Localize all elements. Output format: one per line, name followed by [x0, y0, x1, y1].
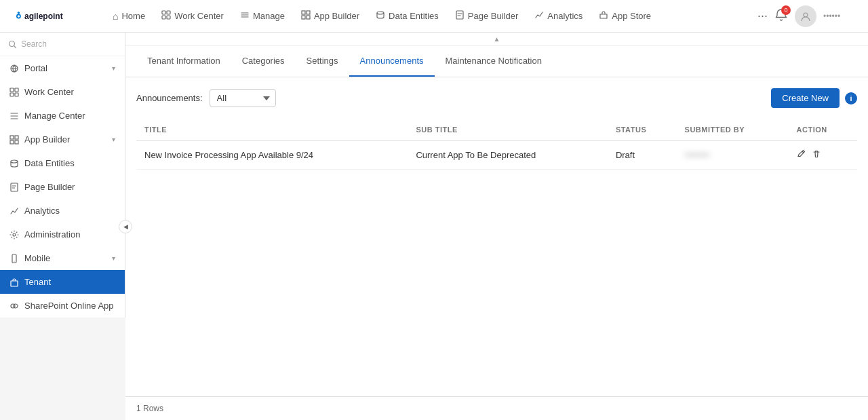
tab-categories[interactable]: Categories [231, 46, 296, 77]
app-builder-sidebar-icon [9, 135, 19, 145]
svg-point-25 [11, 160, 18, 163]
table-footer: 1 Rows [125, 396, 868, 420]
top-navigation: agilepoint ⌂ Home Work Center Manage App… [0, 0, 868, 33]
sidebar-item-app-builder[interactable]: App Builder ▾ [0, 128, 125, 151]
user-name: •••••• [823, 12, 857, 21]
logo[interactable]: agilepoint [11, 8, 92, 24]
svg-rect-17 [10, 88, 14, 92]
nav-manage[interactable]: Manage [233, 6, 292, 26]
svg-rect-6 [162, 16, 165, 19]
tab-tenant-information[interactable]: Tenant Information [136, 46, 231, 77]
more-options-button[interactable]: ··· [757, 9, 768, 23]
nav-items: ⌂ Home Work Center Manage App Builder [106, 6, 757, 26]
table-row: New Invoice Processing App Available 9/2… [136, 141, 857, 170]
sidebar-label-manage-center: Manage Center [24, 111, 85, 121]
tab-maintenance-notification[interactable]: Maintenance Notification [435, 46, 553, 77]
svg-rect-26 [11, 183, 18, 191]
nav-page-builder[interactable]: Page Builder [448, 6, 525, 26]
nav-analytics[interactable]: Analytics [528, 6, 589, 26]
filter-row: Announcements: All Draft Published Archi… [136, 88, 857, 108]
edit-button[interactable] [797, 149, 806, 161]
svg-rect-10 [302, 16, 305, 19]
sidebar-wrapper: Search Portal ▾ Work Center [0, 33, 125, 420]
work-center-sidebar-icon [9, 88, 19, 97]
manage-center-icon [9, 111, 19, 121]
app-builder-icon [301, 10, 311, 22]
sidebar-item-data-entities[interactable]: Data Entities [0, 151, 125, 175]
sidebar-item-page-builder[interactable]: Page Builder [0, 175, 125, 199]
filter-select[interactable]: All Draft Published Archived [210, 89, 276, 107]
main-content: ▲ Tenant Information Categories Settings… [125, 33, 868, 420]
sidebar-collapse-button[interactable]: ◀ [119, 220, 132, 233]
app-layout: Search Portal ▾ Work Center [0, 33, 868, 420]
sidebar: Search Portal ▾ Work Center [0, 33, 125, 318]
col-submitted-by: SUBMITTED BY [677, 119, 789, 141]
svg-rect-21 [10, 136, 14, 139]
svg-rect-18 [15, 88, 18, 92]
sidebar-label-app-builder: App Builder [24, 134, 70, 145]
user-avatar[interactable] [795, 5, 816, 27]
svg-text:agilepoint: agilepoint [24, 12, 63, 21]
notification-button[interactable]: 0 [774, 8, 788, 24]
nav-app-store[interactable]: App Store [592, 6, 658, 26]
sidebar-item-sharepoint-online-app[interactable]: SharePoint Online App [0, 294, 125, 318]
cell-submitted-by: •••••••• [677, 141, 789, 170]
manage-icon [240, 10, 250, 22]
sidebar-label-mobile: Mobile [24, 253, 50, 263]
sidebar-item-tenant[interactable]: Tenant [0, 270, 125, 294]
app-store-icon [599, 10, 608, 22]
svg-rect-13 [456, 11, 463, 19]
work-center-icon [161, 10, 171, 22]
svg-point-1 [18, 15, 20, 17]
rows-count: 1 Rows [136, 404, 163, 413]
collapse-left-icon: ◀ [123, 223, 128, 230]
table-body: New Invoice Processing App Available 9/2… [136, 141, 857, 170]
svg-rect-5 [167, 11, 170, 14]
delete-button[interactable] [812, 149, 821, 161]
sidebar-label-data-entities: Data Entities [24, 158, 75, 168]
search-icon [8, 40, 17, 49]
sidebar-item-portal[interactable]: Portal ▾ [0, 56, 125, 80]
cell-status: Draft [608, 141, 677, 170]
sidebar-label-analytics: Analytics [24, 206, 60, 216]
sidebar-item-analytics[interactable]: Analytics [0, 199, 125, 223]
svg-rect-11 [307, 16, 310, 19]
sidebar-label-administration: Administration [24, 229, 80, 240]
sidebar-label-work-center: Work Center [24, 87, 74, 97]
svg-point-27 [13, 233, 16, 236]
svg-rect-22 [15, 136, 18, 139]
col-sub-title: SUB TITLE [408, 119, 607, 141]
col-title: TITLE [136, 119, 408, 141]
svg-rect-19 [10, 93, 14, 96]
info-icon[interactable]: i [845, 92, 857, 104]
nav-home[interactable]: ⌂ Home [106, 7, 152, 26]
svg-rect-9 [307, 11, 310, 14]
svg-rect-23 [10, 140, 14, 144]
sidebar-item-administration[interactable]: Administration [0, 223, 125, 246]
sidebar-label-tenant: Tenant [24, 277, 51, 287]
filter-left: Announcements: All Draft Published Archi… [136, 89, 276, 107]
sidebar-item-work-center[interactable]: Work Center [0, 80, 125, 104]
sidebar-item-manage-center[interactable]: Manage Center [0, 104, 125, 128]
notification-badge: 0 [781, 5, 791, 15]
svg-rect-4 [162, 11, 165, 14]
nav-data-entities[interactable]: Data Entities [369, 6, 446, 26]
collapse-arrow[interactable]: ▲ [125, 33, 868, 46]
page-builder-sidebar-icon [9, 183, 19, 192]
svg-rect-7 [167, 16, 170, 19]
create-new-button[interactable]: Create New [771, 88, 840, 108]
search-box[interactable]: Search [0, 33, 125, 56]
tab-announcements[interactable]: Announcements [349, 46, 435, 77]
nav-right: ··· 0 •••••• [757, 5, 857, 27]
nav-work-center[interactable]: Work Center [155, 6, 231, 26]
analytics-icon [534, 10, 544, 22]
content-area: Announcements: All Draft Published Archi… [125, 77, 868, 396]
tab-settings[interactable]: Settings [296, 46, 349, 77]
svg-point-14 [804, 13, 808, 17]
sidebar-item-mobile[interactable]: Mobile ▾ [0, 246, 125, 270]
cell-sub-title: Current App To Be Deprecated [408, 141, 607, 170]
tabs-bar: Tenant Information Categories Settings A… [125, 46, 868, 77]
nav-app-builder[interactable]: App Builder [294, 6, 366, 26]
sidebar-label-portal: Portal [24, 63, 47, 73]
data-entities-sidebar-icon [9, 159, 19, 168]
